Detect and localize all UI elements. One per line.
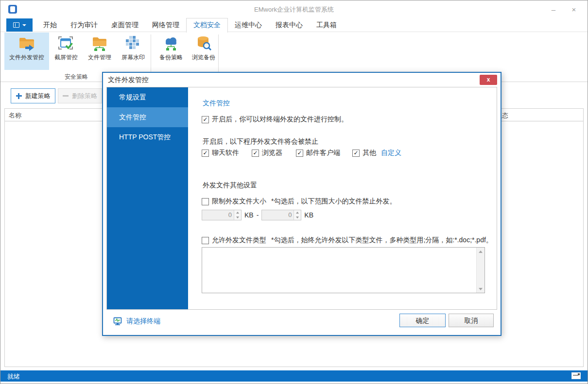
section-heading: 文件管控 [203,99,230,108]
ok-button[interactable]: 确定 [399,314,446,327]
program-checkbox-browser[interactable]: ✓ 浏览器 [252,149,282,157]
select-terminal-link[interactable]: 请选择终端 [113,317,160,326]
ribbon-button-browse-backup[interactable]: 浏览备份 [187,33,220,70]
delete-policy-button[interactable]: 删除策略 [58,88,102,103]
checkbox-checked-icon[interactable]: ✓ [202,116,209,123]
size-limit-note: *勾选后，以下范围大小的文件禁止外发。 [271,197,396,206]
nav-item-file-control[interactable]: 文件管控 [107,107,188,127]
scrollbar[interactable] [476,248,484,293]
dialog-title: 文件外发管控 [108,76,149,84]
size-limit-checkbox-row[interactable]: 限制外发文件大小 *勾选后，以下范围大小的文件禁止外发。 [202,197,396,206]
ribbon-button-file-management[interactable]: 文件管理 [83,33,116,70]
enable-control-checkbox-row[interactable]: ✓ 开启后，你可以对终端外发的文件进行控制。 [202,115,348,124]
customize-link[interactable]: 自定义 [381,149,401,157]
dialog-title-bar: 文件外发管控 x [103,73,501,87]
checkbox-unchecked-icon[interactable] [202,237,209,244]
allow-types-label: 允许外发文件类型 [212,236,266,245]
checkbox-checked-icon[interactable]: ✓ [352,150,360,157]
enable-control-label: 开启后，你可以对终端外发的文件进行控制。 [212,115,348,124]
checkbox-checked-icon[interactable]: ✓ [202,150,209,157]
size-limit-label: 限制外发文件大小 [212,197,266,206]
spin-up-icon[interactable] [294,210,301,215]
file-types-textarea[interactable] [202,247,485,293]
checkbox-checked-icon[interactable]: ✓ [296,150,303,157]
tab-behavior-audit[interactable]: 行为审计 [64,18,104,32]
message-icon[interactable] [571,372,581,379]
checkbox-checked-icon[interactable]: ✓ [252,150,259,157]
folder-arrow-icon [18,35,35,51]
app-menu-icon [13,22,19,28]
tab-ops-center[interactable]: 运维中心 [228,18,269,32]
tab-document-security[interactable]: 文档安全 [186,18,228,33]
minimize-button[interactable]: – [547,4,560,15]
dialog-footer: 请选择终端 确定 取消 [106,310,497,335]
range-separator: - [257,211,259,219]
watermark-pixels-icon [125,35,141,51]
blocked-programs-row: ✓ 聊天软件 ✓ 浏览器 ✓ 邮件客户端 ✓ 其他 自定义 [202,149,401,157]
size-range-row: 0 KB - 0 KB [202,210,313,220]
stepper-arrows[interactable] [234,210,241,220]
spin-up-icon[interactable] [234,210,241,215]
ribbon-button-backup-policy[interactable]: 备份策略 [155,33,187,70]
title-bar: EMwork企业计算机监管系统 – × [0,0,588,18]
ribbon-button-screenshot-control[interactable]: 截屏管控 [49,33,83,70]
tab-toolbox[interactable]: 工具箱 [310,18,344,32]
plus-icon [16,93,22,99]
chevron-down-icon [22,24,26,26]
ribbon-tabs: 开始 行为审计 桌面管理 网络管理 文档安全 运维中心 报表中心 工具箱 [36,18,344,32]
allow-types-checkbox-row[interactable]: 允许外发文件类型 *勾选后，始终允许外发以下类型文件，多种类型用;分隔，如:*.… [202,236,493,245]
scroll-up-icon[interactable] [477,248,484,255]
allow-types-note: *勾选后，始终允许外发以下类型文件，多种类型用;分隔，如:*.doc;*.pdf… [271,236,493,245]
blocked-programs-title: 开启后，以下程序外发文件将会被禁止 [203,137,318,146]
database-search-icon [195,35,212,51]
program-checkbox-other[interactable]: ✓ 其他 [352,149,376,157]
dialog-content-panel: 文件管控 ✓ 开启后，你可以对终端外发的文件进行控制。 开启后，以下程序外发文件… [188,87,497,309]
status-text: 就绪 [7,372,20,381]
file-outgoing-control-dialog: 文件外发管控 x 常规设置 文件管控 HTTP POST管控 文件管控 ✓ 开启… [102,72,502,336]
app-window: EMwork企业计算机监管系统 – × 开始 行为审计 桌面管理 网络管理 文档… [0,0,588,384]
new-policy-button[interactable]: 新建策略 [11,88,55,103]
spin-down-icon[interactable] [234,215,241,220]
program-checkbox-chat[interactable]: ✓ 聊天软件 [202,149,239,157]
checkbox-unchecked-icon[interactable] [202,198,209,205]
tab-desktop-management[interactable]: 桌面管理 [104,18,145,32]
unit-label: KB [244,211,254,219]
min-size-value: 0 [202,210,234,220]
dialog-body: 常规设置 文件管控 HTTP POST管控 文件管控 ✓ 开启后，你可以对终端外… [106,87,497,310]
cloud-backup-icon [163,35,179,51]
tab-start[interactable]: 开始 [36,18,64,32]
dialog-close-button[interactable]: x [480,75,497,85]
minus-icon [63,95,69,97]
unit-label: KB [304,211,313,219]
tab-report-center[interactable]: 报表中心 [269,18,310,32]
other-settings-title: 外发文件其他设置 [203,181,257,190]
ribbon-tab-bar: 开始 行为审计 桌面管理 网络管理 文档安全 运维中心 报表中心 工具箱 [0,18,588,32]
nav-item-http-post-control[interactable]: HTTP POST管控 [107,127,188,147]
max-size-value: 0 [262,210,294,220]
folder-network-icon [91,35,108,51]
spin-down-icon[interactable] [294,215,301,220]
ribbon-button-screen-watermark[interactable]: 屏幕水印 [116,33,150,70]
terminal-monitor-icon [113,317,123,326]
tab-network-management[interactable]: 网络管理 [145,18,186,32]
window-title: EMwork企业计算机监管系统 [0,5,588,14]
close-button[interactable]: × [567,4,581,15]
app-menu-button[interactable] [6,18,33,32]
status-bar: 就绪 [0,370,588,382]
dialog-sidebar: 常规设置 文件管控 HTTP POST管控 [107,87,188,309]
cancel-button[interactable]: 取消 [449,314,494,327]
stepper-arrows[interactable] [294,210,301,220]
max-size-stepper[interactable]: 0 [261,210,301,220]
screenshot-check-icon [58,35,74,51]
nav-item-general-settings[interactable]: 常规设置 [107,87,188,107]
column-header-name[interactable]: 名称 [9,111,21,120]
program-checkbox-mail-client[interactable]: ✓ 邮件客户端 [296,149,340,157]
min-size-stepper[interactable]: 0 [202,210,242,220]
ribbon-button-file-outgoing-control[interactable]: 文件外发管控 [4,33,49,70]
scroll-down-icon[interactable] [477,285,484,293]
